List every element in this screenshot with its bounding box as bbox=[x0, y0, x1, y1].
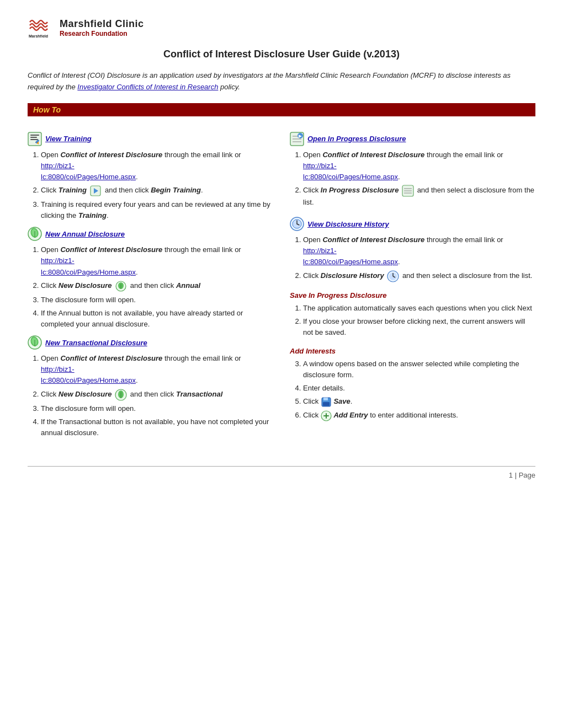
open-inprogress-link[interactable]: Open In Progress Disclosure bbox=[307, 135, 406, 143]
new-disc-icon bbox=[115, 280, 127, 292]
svg-rect-5 bbox=[30, 139, 38, 140]
new-transactional-list: Open Conflict of Interest Disclosure thr… bbox=[41, 353, 273, 438]
save-inprogress-title: Save In Progress Disclosure bbox=[290, 291, 387, 299]
list-item: If the Transactional button is not avail… bbox=[41, 416, 273, 438]
transactional-icon bbox=[28, 335, 42, 350]
view-training-list: Open Conflict of Interest Disclosure thr… bbox=[41, 149, 273, 222]
list-item: Open Conflict of Interest Disclosure thr… bbox=[303, 234, 535, 267]
list-item: The disclosure form will open. bbox=[41, 403, 273, 414]
list-item: Click Disclosure History and then select… bbox=[303, 270, 535, 282]
new-disc-icon2 bbox=[115, 389, 127, 401]
svg-rect-37 bbox=[323, 402, 330, 406]
view-training-header: View Training bbox=[28, 132, 273, 146]
url-link[interactable]: http://biz1-lc:8080/coi/Pages/Home.aspx bbox=[303, 247, 398, 266]
history-icon bbox=[290, 217, 304, 231]
list-item: Open Conflict of Interest Disclosure thr… bbox=[303, 149, 535, 183]
view-history-list: Open Conflict of Interest Disclosure thr… bbox=[303, 234, 535, 282]
inprogress-icon: ▶ bbox=[290, 132, 304, 146]
logo-main-text: Marshfield Clinic bbox=[60, 18, 144, 30]
marshfield-logo: Marshfield bbox=[28, 17, 54, 39]
list-item: Click Training and then click Begin Trai… bbox=[41, 185, 273, 197]
url-link[interactable]: http://biz1-lc:8080/coi/Pages/Home.aspx bbox=[303, 162, 398, 181]
view-training-link[interactable]: View Training bbox=[45, 135, 92, 143]
save-small-icon bbox=[321, 397, 332, 408]
svg-text:Marshfield: Marshfield bbox=[29, 34, 48, 38]
page-container: Marshfield Marshfield Clinic Research Fo… bbox=[28, 0, 535, 512]
investigator-link[interactable]: Investigator Conflicts of Interest in Re… bbox=[77, 83, 218, 91]
url-link[interactable]: http://biz1-lc:8080/coi/Pages/Home.aspx bbox=[41, 256, 136, 276]
list-item: Enter details. bbox=[303, 383, 535, 394]
logo-sub-text: Research Foundation bbox=[60, 30, 144, 38]
url-link[interactable]: http://biz1-lc:8080/coi/Pages/Home.aspx bbox=[41, 162, 136, 181]
svg-rect-36 bbox=[323, 398, 328, 400]
list-item: Click Add Entry to enter additional inte… bbox=[303, 410, 535, 421]
svg-rect-4 bbox=[30, 137, 37, 138]
add-interests-list: A window opens based on the answer selec… bbox=[303, 358, 535, 421]
training-btn-icon bbox=[89, 185, 102, 197]
list-item: A window opens based on the answer selec… bbox=[303, 358, 535, 381]
list-item: Click New Disclosure and then click Annu… bbox=[41, 280, 273, 292]
view-history-header: View Disclosure History bbox=[290, 217, 535, 231]
page-footer: 1 | Page bbox=[28, 466, 535, 479]
page-title: Conflict of Interest Disclosure User Gui… bbox=[28, 49, 535, 60]
left-column: View Training Open Conflict of Interest … bbox=[28, 126, 273, 444]
add-entry-icon bbox=[321, 410, 332, 421]
list-item: Click In Progress Disclosure and then se… bbox=[303, 185, 535, 208]
logo-text: Marshfield Clinic Research Foundation bbox=[60, 18, 144, 38]
open-inprogress-list: Open Conflict of Interest Disclosure thr… bbox=[303, 149, 535, 208]
list-item: The disclosure form will open. bbox=[41, 295, 273, 306]
intro-part1: Conflict of Interest (COI) Disclosure bbox=[28, 71, 140, 79]
history-btn-icon bbox=[387, 270, 399, 282]
save-inprogress-list: The application automatically saves each… bbox=[303, 303, 535, 338]
list-item: Click New Disclosure and then click Tran… bbox=[41, 389, 273, 401]
new-transactional-header: New Transactional Disclosure bbox=[28, 335, 273, 350]
save-inprogress-header: Save In Progress Disclosure bbox=[290, 291, 535, 299]
add-interests-title: Add Interests bbox=[290, 347, 336, 355]
list-item: Click Save. bbox=[303, 396, 535, 408]
two-column-layout: View Training Open Conflict of Interest … bbox=[28, 126, 535, 444]
list-item: Open Conflict of Interest Disclosure thr… bbox=[41, 244, 273, 277]
training-icon bbox=[28, 132, 42, 146]
page-number: 1 | Page bbox=[509, 471, 535, 479]
how-to-bar: How To bbox=[28, 103, 535, 116]
list-item: Training is required every four years an… bbox=[41, 199, 273, 221]
open-inprogress-header: ▶ Open In Progress Disclosure bbox=[290, 132, 535, 146]
intro-paragraph: Conflict of Interest (COI) Disclosure is… bbox=[28, 70, 535, 93]
logo-section: Marshfield Marshfield Clinic Research Fo… bbox=[28, 17, 535, 39]
annual-icon bbox=[28, 227, 42, 241]
list-item: Open Conflict of Interest Disclosure thr… bbox=[41, 353, 273, 386]
list-item: If the Annual button is not available, y… bbox=[41, 308, 273, 330]
list-item: The application automatically saves each… bbox=[303, 303, 535, 314]
new-annual-link[interactable]: New Annual Disclosure bbox=[45, 230, 125, 238]
list-item: If you close your browser before clickin… bbox=[303, 316, 535, 338]
svg-rect-40 bbox=[323, 415, 329, 416]
list-item: Open Conflict of Interest Disclosure thr… bbox=[41, 149, 273, 183]
new-annual-header: New Annual Disclosure bbox=[28, 227, 273, 241]
url-link[interactable]: http://biz1-lc:8080/coi/Pages/Home.aspx bbox=[41, 365, 136, 384]
new-annual-list: Open Conflict of Interest Disclosure thr… bbox=[41, 244, 273, 330]
right-column: ▶ Open In Progress Disclosure Open Confl… bbox=[290, 126, 535, 444]
inprogress-btn-icon bbox=[402, 185, 414, 197]
add-interests-header: Add Interests bbox=[290, 347, 535, 355]
view-history-link[interactable]: View Disclosure History bbox=[307, 220, 389, 228]
svg-rect-3 bbox=[30, 135, 39, 136]
new-transactional-link[interactable]: New Transactional Disclosure bbox=[45, 339, 147, 347]
